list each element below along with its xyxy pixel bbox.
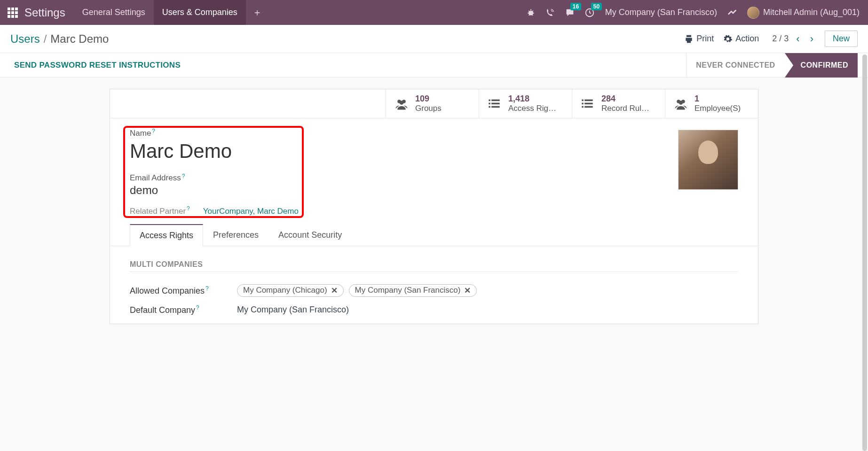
user-avatar-icon bbox=[747, 7, 759, 19]
company-tag: My Company (San Francisco) ✕ bbox=[349, 284, 477, 297]
chat-icon[interactable]: 16 bbox=[560, 0, 580, 25]
help-icon[interactable]: ? bbox=[196, 304, 199, 311]
pager-prev-icon[interactable]: ‹ bbox=[793, 33, 802, 45]
clock-icon[interactable]: 50 bbox=[580, 0, 600, 25]
pager: 2 / 3 ‹ › bbox=[772, 33, 816, 45]
user-name: Mitchell Admin (Aug_001) bbox=[763, 8, 860, 17]
form-sheet: 109 Groups 1,418 Access Rig… bbox=[110, 89, 758, 324]
company-tag: My Company (Chicago) ✕ bbox=[237, 284, 344, 297]
breadcrumb-root[interactable]: Users bbox=[10, 32, 40, 46]
section-multi-companies: MULTI COMPANIES bbox=[130, 260, 738, 272]
list-icon bbox=[581, 98, 595, 109]
tab-account-security[interactable]: Account Security bbox=[268, 224, 352, 246]
bug-icon[interactable] bbox=[521, 0, 540, 25]
menu-plus-icon[interactable]: ＋ bbox=[246, 6, 268, 19]
svg-rect-10 bbox=[491, 106, 500, 108]
related-partner-link[interactable]: YourCompany, Marc Demo bbox=[203, 207, 299, 216]
default-company-label: Default Company bbox=[130, 305, 195, 315]
svg-rect-15 bbox=[582, 106, 584, 108]
tab-access-rights[interactable]: Access Rights bbox=[130, 224, 203, 246]
profile-image[interactable] bbox=[678, 130, 738, 190]
svg-rect-9 bbox=[489, 106, 490, 108]
breadcrumb-current: Marc Demo bbox=[50, 32, 109, 46]
users-icon bbox=[395, 98, 409, 110]
svg-rect-8 bbox=[491, 102, 500, 104]
allowed-companies-field[interactable]: My Company (Chicago) ✕ My Company (San F… bbox=[237, 284, 480, 297]
name-field[interactable]: Marc Demo bbox=[130, 140, 738, 163]
help-icon[interactable]: ? bbox=[187, 205, 190, 212]
stat-access-rights[interactable]: 1,418 Access Rig… bbox=[479, 89, 572, 118]
scrollbar[interactable] bbox=[862, 54, 867, 451]
pager-next-icon[interactable]: › bbox=[807, 33, 816, 45]
print-button[interactable]: Print bbox=[679, 34, 718, 44]
name-label: Name bbox=[130, 129, 151, 138]
stat-groups[interactable]: 109 Groups bbox=[386, 89, 479, 118]
pager-value[interactable]: 2 / 3 bbox=[772, 34, 789, 44]
apps-grid-icon[interactable] bbox=[4, 8, 22, 18]
stage-confirmed[interactable]: CONFIRMED bbox=[785, 53, 858, 78]
app-name[interactable]: Settings bbox=[22, 6, 74, 19]
allowed-companies-label: Allowed Companies bbox=[130, 286, 205, 295]
top-navbar: Settings General Settings Users & Compan… bbox=[0, 0, 868, 25]
status-bar: SEND PASSWORD RESET INSTRUCTIONS NEVER C… bbox=[0, 53, 868, 78]
action-button[interactable]: Action bbox=[718, 34, 764, 44]
stat-employees[interactable]: 1 Employee(S) bbox=[665, 89, 758, 118]
email-label: Email Address bbox=[130, 173, 181, 183]
clock-badge: 50 bbox=[591, 3, 602, 10]
help-icon[interactable]: ? bbox=[182, 173, 185, 179]
stage-never-connected[interactable]: NEVER CONNECTED bbox=[686, 53, 784, 78]
menu-users-companies[interactable]: Users & Companies bbox=[154, 0, 246, 25]
svg-point-4 bbox=[400, 101, 404, 105]
svg-rect-13 bbox=[582, 102, 584, 104]
svg-rect-11 bbox=[582, 99, 584, 101]
svg-rect-6 bbox=[491, 99, 500, 101]
company-switcher[interactable]: My Company (San Francisco) bbox=[600, 8, 723, 17]
svg-rect-16 bbox=[584, 106, 593, 108]
svg-rect-7 bbox=[489, 102, 490, 104]
svg-point-19 bbox=[679, 101, 683, 105]
tools-icon[interactable] bbox=[723, 8, 742, 18]
phone-icon[interactable] bbox=[540, 0, 560, 25]
stat-button-box: 109 Groups 1,418 Access Rig… bbox=[110, 89, 758, 118]
help-icon[interactable]: ? bbox=[205, 285, 209, 292]
default-company-field[interactable]: My Company (San Francisco) bbox=[237, 305, 349, 315]
breadcrumb: Users / Marc Demo bbox=[10, 32, 109, 46]
print-icon bbox=[684, 34, 694, 44]
tab-preferences[interactable]: Preferences bbox=[203, 224, 268, 246]
svg-rect-14 bbox=[584, 102, 593, 104]
help-icon[interactable]: ? bbox=[152, 128, 155, 134]
menu-general-settings[interactable]: General Settings bbox=[74, 0, 154, 25]
tabs: Access Rights Preferences Account Securi… bbox=[110, 224, 758, 246]
control-panel: Users / Marc Demo Print Action 2 / 3 ‹ ›… bbox=[0, 25, 868, 53]
user-menu[interactable]: Mitchell Admin (Aug_001) bbox=[742, 7, 864, 19]
breadcrumb-separator: / bbox=[44, 32, 47, 46]
remove-tag-icon[interactable]: ✕ bbox=[331, 286, 338, 295]
remove-tag-icon[interactable]: ✕ bbox=[464, 286, 471, 295]
new-button[interactable]: New bbox=[825, 31, 858, 47]
related-partner-label: Related Partner bbox=[130, 207, 186, 216]
gear-icon bbox=[723, 34, 733, 44]
users-icon bbox=[674, 98, 688, 110]
svg-rect-5 bbox=[489, 99, 490, 101]
list-icon bbox=[488, 98, 502, 109]
svg-rect-12 bbox=[584, 99, 593, 101]
stat-record-rules[interactable]: 284 Record Rul… bbox=[572, 89, 665, 118]
send-password-reset-button[interactable]: SEND PASSWORD RESET INSTRUCTIONS bbox=[14, 61, 181, 70]
email-field[interactable]: demo bbox=[130, 184, 738, 197]
